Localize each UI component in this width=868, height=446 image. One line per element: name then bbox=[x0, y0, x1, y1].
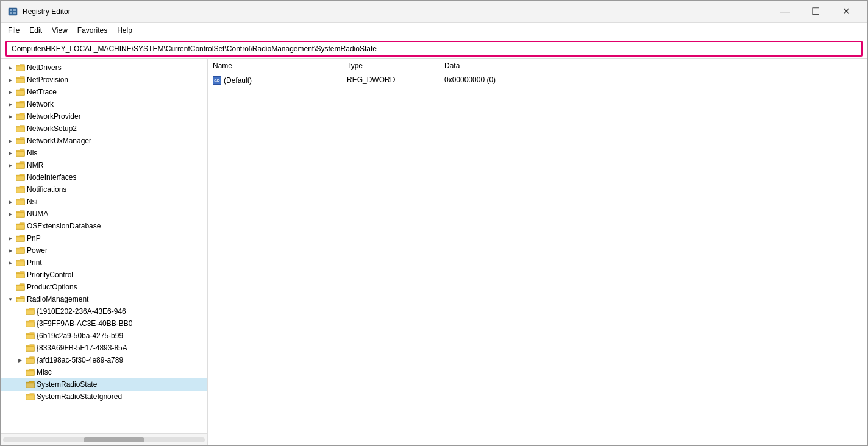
tree-item-netprovision[interactable]: ▶ NetProvision bbox=[1, 74, 207, 86]
folder-open-icon bbox=[15, 294, 25, 304]
folder-icon bbox=[15, 160, 25, 170]
tree-label: NetProvision bbox=[27, 76, 207, 84]
folder-icon bbox=[15, 112, 25, 121]
tree-item-nls[interactable]: ▶ Nls bbox=[1, 147, 207, 159]
svg-rect-2 bbox=[10, 12, 12, 14]
menu-bar: File Edit View Favorites Help bbox=[1, 23, 867, 38]
tree-item-nodeinterfaces[interactable]: ▶ NodeInterfaces bbox=[1, 171, 207, 183]
tree-item-nettrace[interactable]: ▶ NetTrace bbox=[1, 86, 207, 98]
tree-label: PnP bbox=[27, 234, 207, 242]
menu-file[interactable]: File bbox=[3, 25, 24, 36]
minimize-button[interactable]: — bbox=[771, 3, 799, 20]
entry-name-label: (Default) bbox=[224, 76, 252, 85]
tree-label: {833A69FB-5E17-4893-85A bbox=[37, 344, 207, 352]
close-button[interactable]: ✕ bbox=[832, 3, 860, 20]
svg-rect-3 bbox=[13, 9, 16, 11]
expand-icon: ▶ bbox=[5, 260, 15, 266]
table-row[interactable]: ab (Default) REG_DWORD 0x00000000 (0) bbox=[208, 73, 867, 87]
tree-item-netdrivers[interactable]: ▶ NetDrivers bbox=[1, 62, 207, 74]
expand-icon: ▶ bbox=[5, 211, 15, 217]
main-content: ▶ NetDrivers ▶ NetProvision bbox=[1, 59, 867, 445]
menu-view[interactable]: View bbox=[47, 25, 73, 36]
folder-icon bbox=[25, 392, 35, 402]
tree-item-guid5[interactable]: ▶ {afd198ac-5f30-4e89-a789 bbox=[1, 354, 207, 366]
tree-item-misc[interactable]: ▶ Misc bbox=[1, 366, 207, 378]
title-bar-controls: — ☐ ✕ bbox=[771, 3, 860, 20]
tree-label: SystemRadioState bbox=[37, 380, 207, 389]
tree-label: NMR bbox=[27, 161, 207, 169]
tree-label: Network bbox=[27, 100, 207, 108]
tree-label: PriorityControl bbox=[27, 271, 207, 279]
tree-label: NetworkUxManager bbox=[27, 136, 207, 145]
tree-item-prioritycontrol[interactable]: ▶ PriorityControl bbox=[1, 269, 207, 281]
tree-item-networkprovider[interactable]: ▶ NetworkProvider bbox=[1, 110, 207, 122]
expand-icon: ▶ bbox=[5, 138, 15, 144]
expand-icon: ▼ bbox=[5, 297, 15, 302]
tree-item-guid1[interactable]: ▶ {1910E202-236A-43E6-946 bbox=[1, 305, 207, 317]
folder-icon bbox=[15, 87, 25, 97]
entry-type: REG_DWORD bbox=[342, 73, 439, 87]
tree-label: RadioManagement bbox=[27, 295, 207, 303]
column-data[interactable]: Data bbox=[439, 59, 867, 73]
column-name[interactable]: Name bbox=[208, 59, 342, 73]
tree-item-nsi[interactable]: ▶ Nsi bbox=[1, 196, 207, 208]
menu-help[interactable]: Help bbox=[112, 25, 137, 36]
menu-favorites[interactable]: Favorites bbox=[73, 25, 112, 36]
tree-item-guid2[interactable]: ▶ {3F9FF9AB-AC3E-40BB-BB0 bbox=[1, 317, 207, 330]
address-input[interactable] bbox=[5, 41, 863, 57]
tree-item-productoptions[interactable]: ▶ ProductOptions bbox=[1, 281, 207, 293]
tree-label: NetDrivers bbox=[27, 63, 207, 72]
tree-item-guid3[interactable]: ▶ {6b19c2a9-50ba-4275-b99 bbox=[1, 330, 207, 342]
svg-rect-0 bbox=[9, 8, 17, 15]
folder-icon bbox=[25, 306, 35, 316]
expand-icon: ▶ bbox=[5, 199, 15, 205]
registry-value-icon: ab bbox=[213, 76, 221, 85]
tree-label: {6b19c2a9-50ba-4275-b99 bbox=[37, 331, 207, 340]
maximize-button[interactable]: ☐ bbox=[802, 3, 830, 20]
tree-item-networkuxmanager[interactable]: ▶ NetworkUxManager bbox=[1, 135, 207, 147]
folder-icon bbox=[15, 246, 25, 255]
folder-icon bbox=[15, 282, 25, 292]
scrollbar-track bbox=[3, 437, 205, 442]
tree-item-power[interactable]: ▶ Power bbox=[1, 244, 207, 257]
expand-icon: ▶ bbox=[5, 150, 15, 156]
expand-icon: ▶ bbox=[5, 236, 15, 241]
tree-item-numa[interactable]: ▶ NUMA bbox=[1, 208, 207, 220]
tree-item-notifications[interactable]: ▶ Notifications bbox=[1, 183, 207, 196]
tree-item-systemradiostate[interactable]: ▶ SystemRadioState bbox=[1, 378, 207, 391]
svg-rect-4 bbox=[13, 12, 16, 14]
tree-label: {afd198ac-5f30-4e89-a789 bbox=[37, 356, 207, 364]
tree-label: Power bbox=[27, 246, 207, 255]
app-icon bbox=[8, 7, 18, 16]
tree-item-guid4[interactable]: ▶ {833A69FB-5E17-4893-85A bbox=[1, 342, 207, 354]
folder-icon bbox=[15, 99, 25, 109]
tree-label: Nsi bbox=[27, 197, 207, 206]
expand-icon: ▶ bbox=[5, 163, 15, 168]
folder-icon bbox=[15, 185, 25, 194]
column-type[interactable]: Type bbox=[342, 59, 439, 73]
tree-pane[interactable]: ▶ NetDrivers ▶ NetProvision bbox=[1, 59, 208, 445]
horizontal-scrollbar[interactable] bbox=[1, 433, 208, 445]
tree-item-pnp[interactable]: ▶ PnP bbox=[1, 232, 207, 244]
entry-data: 0x00000000 (0) bbox=[439, 73, 867, 87]
svg-rect-1 bbox=[10, 9, 12, 11]
scrollbar-thumb[interactable] bbox=[84, 437, 144, 442]
tree-item-radiomanagement[interactable]: ▼ RadioManagement bbox=[1, 293, 207, 305]
tree-label: Nls bbox=[27, 149, 207, 157]
tree-label: ProductOptions bbox=[27, 283, 207, 291]
tree-item-print[interactable]: ▶ Print bbox=[1, 257, 207, 269]
folder-icon bbox=[25, 343, 35, 353]
tree-label: Print bbox=[27, 258, 207, 267]
folder-icon bbox=[15, 136, 25, 146]
data-pane: Name Type Data ab (Default) REG_DWOR bbox=[208, 59, 867, 445]
menu-edit[interactable]: Edit bbox=[24, 25, 47, 36]
folder-icon bbox=[15, 221, 25, 231]
tree-item-networksetup2[interactable]: ▶ NetworkSetup2 bbox=[1, 122, 207, 135]
tree-item-nmr[interactable]: ▶ NMR bbox=[1, 159, 207, 171]
tree-item-network[interactable]: ▶ Network bbox=[1, 98, 207, 110]
window-title: Registry Editor bbox=[23, 7, 71, 16]
folder-icon bbox=[25, 367, 35, 377]
expand-icon: ▶ bbox=[15, 358, 25, 363]
tree-item-systemradiostatesignored[interactable]: ▶ SystemRadioStateIgnored bbox=[1, 391, 207, 403]
tree-item-osextdb[interactable]: ▶ OSExtensionDatabase bbox=[1, 220, 207, 232]
